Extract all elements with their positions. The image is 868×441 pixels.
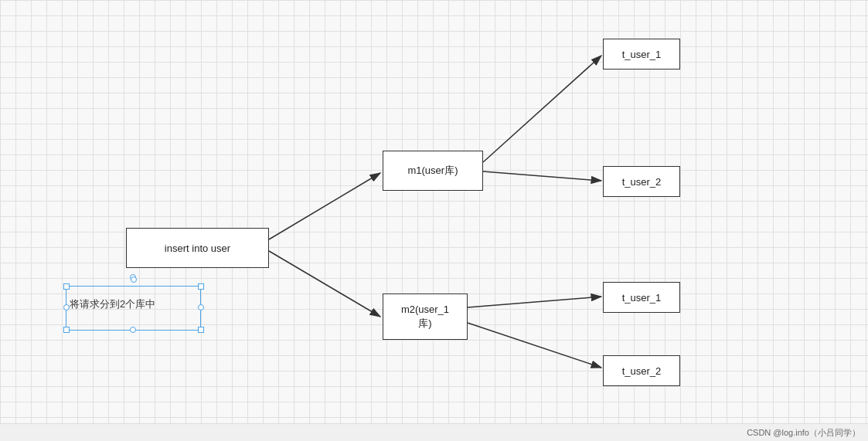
- svg-line-5: [468, 297, 601, 307]
- diagram-canvas: insert into user m1(user库) m2(user_1库) t…: [0, 0, 868, 423]
- annotation-text: 将请求分到2个库中: [70, 297, 155, 311]
- handle-bl[interactable]: [63, 327, 70, 333]
- node-t-user-2-top[interactable]: t_user_2: [603, 166, 680, 197]
- handle-right-center[interactable]: [198, 304, 204, 310]
- handle-tl[interactable]: [63, 283, 70, 290]
- node-m2-label: m2(user_1库): [401, 303, 449, 331]
- svg-line-3: [483, 56, 601, 162]
- node-m1[interactable]: m1(user库): [383, 151, 483, 191]
- node-insert-label: insert into user: [165, 243, 230, 254]
- svg-line-4: [483, 171, 601, 181]
- node-t-user-2-top-label: t_user_2: [622, 176, 662, 188]
- node-t-user-2-bottom-label: t_user_2: [622, 365, 662, 377]
- node-t-user-2-bottom[interactable]: t_user_2: [603, 355, 680, 386]
- handle-br[interactable]: [198, 327, 204, 333]
- handle-connector-top[interactable]: [131, 276, 137, 283]
- node-m1-label: m1(user库): [407, 164, 458, 178]
- node-insert-into-user[interactable]: insert into user: [126, 228, 269, 268]
- node-t-user-1-bottom[interactable]: t_user_1: [603, 282, 680, 313]
- svg-line-2: [269, 251, 380, 317]
- handle-left-center[interactable]: [63, 304, 70, 310]
- node-m2[interactable]: m2(user_1库): [383, 293, 468, 340]
- status-bar: CSDN @log.info（小吕同学）: [0, 423, 868, 441]
- handle-tr[interactable]: [198, 283, 204, 290]
- status-text: CSDN @log.info（小吕同学）: [747, 427, 860, 439]
- node-t-user-1-bottom-label: t_user_1: [622, 292, 662, 304]
- node-t-user-1-top-label: t_user_1: [622, 49, 662, 60]
- node-t-user-1-top[interactable]: t_user_1: [603, 39, 680, 70]
- svg-line-1: [269, 173, 380, 239]
- arrows-layer: [0, 0, 868, 423]
- handle-bottom-center[interactable]: [130, 327, 136, 333]
- svg-line-6: [468, 323, 601, 368]
